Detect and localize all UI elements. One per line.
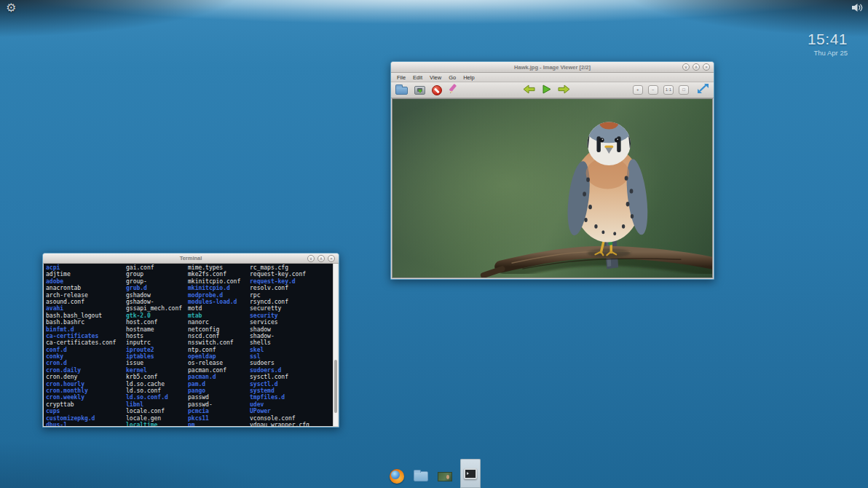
menu-item-file[interactable]: File (393, 73, 409, 82)
file-entry: cron.weekly (46, 394, 126, 401)
file-entry: passwd (188, 394, 250, 401)
viewer-maximize-button[interactable]: ∧ (693, 63, 700, 71)
viewer-close-button[interactable]: × (703, 63, 710, 71)
play-slideshow-icon[interactable] (542, 84, 551, 97)
file-entry: sysctl.conf (250, 374, 333, 380)
terminal-column: gai.confgroupgroup-grub.dgshadowgshadow-… (126, 264, 188, 426)
file-entry: iproute2 (126, 347, 188, 353)
actual-size-button[interactable]: 1:1 (663, 85, 674, 95)
file-entry: bash.bashrc (46, 319, 126, 326)
file-entry: pm (188, 422, 250, 426)
file-entry: arch-release (46, 292, 126, 299)
file-entry: securetty (250, 305, 333, 312)
terminal-column: mime.typesmke2fs.confmkinitcpio.confmkin… (188, 264, 250, 426)
file-entry: tmpfiles.d (250, 394, 333, 401)
viewer-menu-bar: FileEditViewGoHelp (391, 73, 714, 82)
file-entry: binfmt.d (46, 326, 126, 333)
desktop: ⚙ 15:41 Thu Apr 25 Hawk.jpg - Image View… (0, 0, 868, 488)
file-entry: locale.conf (126, 408, 188, 414)
viewer-shade-button[interactable]: ∨ (682, 63, 690, 71)
volume-icon[interactable] (851, 2, 863, 15)
terminal-maximize-button[interactable]: ∧ (317, 255, 325, 262)
file-entry: shells (250, 339, 333, 346)
file-entry: anacrontab (46, 285, 126, 291)
file-entry: ld.so.conf.d (126, 394, 188, 401)
hawk-photo (392, 99, 712, 278)
file-entry: sudoers (250, 360, 333, 366)
file-entry: group- (126, 278, 188, 285)
file-entry: asound.conf (46, 299, 126, 305)
file-entry: cups (46, 408, 126, 414)
file-entry: hosts (126, 333, 188, 339)
menu-item-edit[interactable]: Edit (409, 73, 426, 82)
terminal-titlebar[interactable]: Terminal ∨ ∧ × (43, 253, 339, 264)
viewer-title: Hawk.jpg - Image Viewer [2/2] (391, 62, 714, 73)
menu-item-view[interactable]: View (426, 73, 445, 82)
file-entry: pacman.conf (188, 367, 250, 374)
file-entry: cron.hourly (46, 381, 126, 387)
file-entry: grub.d (126, 285, 188, 291)
terminal-window: Terminal ∨ ∧ × acpiadjtimeadobeanacronta… (42, 253, 339, 428)
file-entry: customizepkg.d (46, 415, 126, 422)
file-entry: crypttab (46, 401, 126, 408)
file-entry: dbus-1 (46, 422, 126, 426)
viewer-toolbar: + − 1:1 □ (391, 82, 714, 98)
file-entry: pango (188, 387, 250, 394)
terminal-column: acpiadjtimeadobeanacrontabarch-releaseas… (46, 264, 126, 426)
file-entry: vdpau_wrapper.cfg (250, 422, 333, 426)
dock-terminal-task[interactable] (460, 459, 481, 488)
save-image-icon[interactable] (414, 86, 425, 95)
file-entry: resolv.conf (250, 285, 333, 291)
fit-window-button[interactable]: □ (679, 85, 689, 95)
file-entry: udev (250, 401, 333, 408)
file-entry: gai.conf (126, 264, 188, 271)
terminal-scrollbar[interactable] (333, 264, 338, 426)
dock-file-manager[interactable] (412, 467, 430, 486)
terminal-close-button[interactable]: × (328, 255, 335, 262)
open-file-icon[interactable] (395, 87, 408, 95)
dock-image-viewer-task[interactable] (436, 467, 454, 486)
file-entry: shadow (250, 326, 333, 333)
file-entry: pcmcia (188, 408, 250, 414)
file-entry: nscd.conf (188, 333, 250, 339)
file-entry: request-key.conf (250, 271, 333, 278)
file-entry: inputrc (126, 339, 188, 346)
terminal-output[interactable]: acpiadjtimeadobeanacrontabarch-releaseas… (44, 264, 333, 426)
scrollbar-thumb[interactable] (334, 360, 337, 414)
file-entry: ca-certificates (46, 333, 126, 339)
file-entry: openldap (188, 353, 250, 360)
file-entry: issue (126, 360, 188, 366)
file-entry: bash.bash_logout (46, 312, 126, 319)
viewer-titlebar[interactable]: Hawk.jpg - Image Viewer [2/2] ∨ ∧ × (391, 62, 714, 73)
previous-image-icon[interactable] (523, 84, 535, 97)
terminal-shade-button[interactable]: ∨ (307, 255, 315, 262)
zoom-out-button[interactable]: − (648, 85, 658, 95)
file-entry: libnl (126, 401, 188, 408)
file-entry: cron.monthly (46, 387, 126, 394)
file-entry: systemd (250, 387, 333, 394)
file-entry: pacman.d (188, 374, 250, 380)
menu-item-help[interactable]: Help (459, 73, 478, 82)
menu-item-go[interactable]: Go (445, 73, 459, 82)
file-entry: conky (46, 353, 126, 360)
file-entry: passwd- (188, 401, 250, 408)
file-entry: cron.deny (46, 374, 126, 380)
file-entry: mke2fs.conf (188, 271, 250, 278)
file-entry: kernel (126, 367, 188, 374)
file-entry: services (250, 319, 333, 326)
delete-image-icon[interactable] (432, 85, 442, 95)
settings-gear-icon[interactable]: ⚙ (6, 1, 16, 15)
file-entry: locale.gen (126, 415, 188, 422)
terminal-column: rc_maps.cfgrequest-key.confrequest-key.d… (250, 264, 333, 426)
zoom-in-button[interactable]: + (633, 85, 643, 95)
dock (0, 459, 868, 488)
file-entry: iptables (126, 353, 188, 360)
next-image-icon[interactable] (558, 84, 570, 97)
file-entry: vconsole.conf (250, 415, 333, 422)
file-entry: adobe (46, 278, 126, 285)
file-entry: nsswitch.conf (188, 339, 250, 346)
file-entry: shadow- (250, 333, 333, 339)
dock-firefox[interactable] (388, 467, 406, 486)
fullscreen-icon[interactable] (697, 83, 709, 97)
edit-pencil-icon[interactable] (449, 83, 460, 97)
